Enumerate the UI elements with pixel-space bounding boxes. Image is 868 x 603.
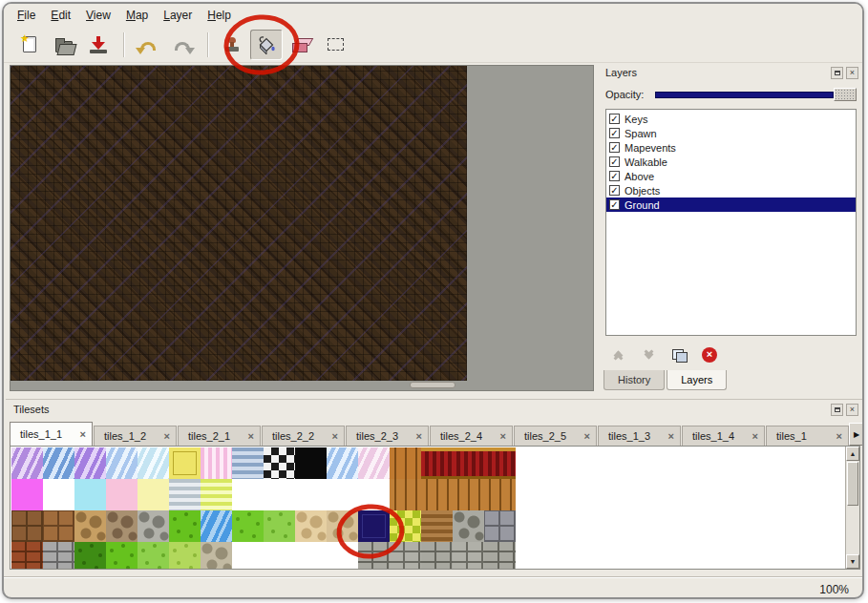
open-map-button[interactable]	[48, 30, 80, 60]
tile-dark-grass[interactable]	[74, 542, 106, 570]
redo-button[interactable]	[166, 30, 199, 60]
tile-cyan-glass[interactable]	[138, 447, 169, 479]
layer-row-spawn[interactable]: ✓Spawn	[606, 126, 856, 140]
tile-blank[interactable]	[295, 479, 327, 510]
tab-close-icon[interactable]: ×	[80, 428, 86, 440]
tile-wood-column[interactable]	[390, 479, 421, 510]
tile-gray-brick[interactable]	[484, 542, 516, 570]
tile-pink-stripes[interactable]	[201, 447, 232, 479]
layer-row-walkable[interactable]: ✓Walkable	[606, 155, 856, 169]
tile-blue-glass[interactable]	[43, 447, 74, 479]
tab-close-icon[interactable]: ×	[248, 430, 254, 442]
tile-cyan-tile[interactable]	[74, 479, 106, 510]
tab-close-icon[interactable]: ×	[416, 430, 422, 442]
dock-tab-layers[interactable]: Layers	[667, 370, 727, 390]
tile-pale-yellow-tile[interactable]	[138, 479, 169, 510]
tile-blank[interactable]	[264, 542, 295, 570]
tile-blank[interactable]	[232, 479, 264, 510]
opacity-slider-track[interactable]	[655, 92, 834, 98]
close-panel-button[interactable]: ×	[846, 404, 858, 416]
tile-grass-2[interactable]	[232, 510, 264, 542]
tile-wood-column[interactable]	[453, 479, 484, 510]
tile-blank[interactable]	[43, 479, 74, 510]
tab-close-icon[interactable]: ×	[752, 430, 758, 442]
menu-item-map[interactable]: Map	[118, 5, 156, 26]
tile-sand[interactable]	[295, 510, 327, 542]
layer-row-ground[interactable]: ✓Ground	[606, 198, 856, 212]
tile-gray-brick[interactable]	[43, 542, 74, 570]
tile-black-tile[interactable]	[295, 447, 327, 479]
tile-purple-glass[interactable]	[11, 447, 43, 479]
palette-vertical-scrollbar[interactable]: ▲ ▼	[845, 447, 859, 569]
layer-visibility-checkbox[interactable]: ✓	[609, 142, 620, 153]
tile-blank[interactable]	[264, 479, 295, 510]
tile-cracked-dirt[interactable]	[74, 510, 106, 542]
tab-scroll-right-button[interactable]: ▶	[849, 423, 864, 446]
tab-close-icon[interactable]: ×	[836, 430, 842, 442]
tileset-tab-tiles_2_1[interactable]: tiles_2_1×	[178, 426, 261, 446]
opacity-slider-handle[interactable]	[834, 88, 857, 101]
select-tool-button[interactable]	[319, 30, 351, 60]
scrollbar-thumb[interactable]	[847, 462, 858, 506]
tileset-tab-tiles_2_3[interactable]: tiles_2_3×	[346, 426, 429, 446]
layer-row-objects[interactable]: ✓Objects	[606, 183, 856, 198]
tile-gray-stone[interactable]	[484, 510, 516, 542]
tile-blank[interactable]	[327, 542, 358, 570]
tile-gray-stones[interactable]	[138, 510, 169, 542]
tileset-tab-tiles_2_5[interactable]: tiles_2_5×	[514, 426, 597, 446]
tileset-tab-tiles_1[interactable]: tiles_1×	[766, 426, 849, 446]
tile-blank[interactable]	[327, 479, 358, 510]
layer-visibility-checkbox[interactable]: ✓	[609, 199, 620, 210]
tileset-tab-tiles_1_4[interactable]: tiles_1_4×	[682, 426, 765, 446]
tile-light-grass[interactable]	[138, 542, 169, 570]
menu-item-help[interactable]: Help	[200, 5, 239, 26]
tile-brown-brick[interactable]	[11, 542, 43, 570]
fill-tool-button[interactable]	[250, 30, 283, 60]
tile-red-curtain[interactable]	[453, 447, 484, 479]
tile-red-curtain[interactable]	[421, 447, 453, 479]
tile-yellow-tile[interactable]	[169, 447, 201, 479]
tileset-tab-tiles_2_4[interactable]: tiles_2_4×	[430, 426, 513, 446]
tile-water[interactable]	[201, 510, 232, 542]
tile-gray-cobble[interactable]	[453, 510, 484, 542]
tile-wood-column[interactable]	[421, 479, 453, 510]
delete-layer-button[interactable]: ×	[697, 345, 722, 364]
tile-checker-tile[interactable]	[264, 447, 295, 479]
tile-wood-column[interactable]	[484, 479, 516, 510]
layer-visibility-checkbox[interactable]: ✓	[609, 171, 620, 181]
tab-close-icon[interactable]: ×	[584, 430, 590, 442]
undo-button[interactable]	[132, 30, 164, 60]
tile-gray-stripes[interactable]	[169, 479, 201, 510]
tile-gravel[interactable]	[201, 542, 232, 570]
tile-sand-2[interactable]	[327, 510, 358, 542]
save-map-button[interactable]	[82, 30, 115, 60]
layer-row-mapevents[interactable]: ✓Mapevents	[606, 140, 856, 155]
tile-dark-blue-tile[interactable]	[358, 510, 390, 542]
menu-item-file[interactable]: File	[10, 5, 43, 26]
tile-green-check[interactable]	[390, 510, 421, 542]
tile-brown-stone-2[interactable]	[43, 510, 74, 542]
lower-layer-button[interactable]	[636, 345, 661, 364]
layer-visibility-checkbox[interactable]: ✓	[609, 185, 620, 196]
tile-light-blue-glass[interactable]	[327, 447, 358, 479]
tab-close-icon[interactable]: ×	[500, 430, 506, 442]
layer-visibility-checkbox[interactable]: ✓	[609, 156, 620, 167]
tile-pink-tile[interactable]	[106, 479, 138, 510]
tileset-tab-tiles_2_2[interactable]: tiles_2_2×	[262, 426, 345, 446]
layer-row-above[interactable]: ✓Above	[606, 169, 856, 183]
tab-close-icon[interactable]: ×	[332, 430, 338, 442]
float-panel-button[interactable]	[831, 67, 843, 79]
tile-blank[interactable]	[232, 542, 264, 570]
menu-item-edit[interactable]: Edit	[43, 5, 78, 26]
tile-violet-glass[interactable]	[74, 447, 106, 479]
close-panel-button[interactable]: ×	[846, 67, 858, 79]
tile-grass[interactable]	[106, 542, 138, 570]
tileset-tab-tiles_1_2[interactable]: tiles_1_2×	[94, 426, 177, 446]
tile-pebbles[interactable]	[106, 510, 138, 542]
menu-item-view[interactable]: View	[78, 5, 118, 26]
tile-light-pink-glass[interactable]	[358, 447, 390, 479]
tile-yellow-grass[interactable]	[169, 542, 201, 570]
dock-tab-history[interactable]: History	[603, 370, 665, 390]
tile-red-curtain[interactable]	[484, 447, 516, 479]
tile-light-grass[interactable]	[264, 510, 295, 542]
